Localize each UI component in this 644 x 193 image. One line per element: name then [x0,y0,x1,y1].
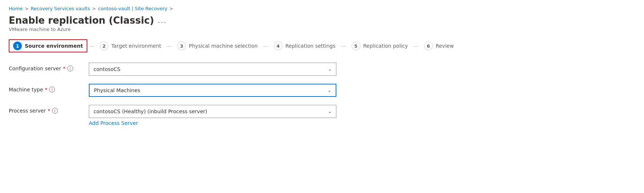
breadcrumb: Home > Recovery Services vaults > contos… [9,6,635,11]
process-server-required: * [48,108,50,114]
wizard-step-6[interactable]: 6 Review [420,39,458,52]
config-server-info-icon[interactable]: i [67,66,73,71]
config-server-label: Configuration server [9,66,61,71]
machine-type-label: Machine type [9,87,43,92]
add-process-server-link[interactable]: Add Process Server [89,120,336,126]
breadcrumb-home[interactable]: Home [9,6,23,11]
step-circle-6: 6 [424,42,433,50]
process-server-row: Process server * i contosoCS (Healthy) (… [9,105,336,126]
machine-type-value: Physical Machines [94,87,140,93]
wizard-step-4[interactable]: 4 Replication settings [270,39,339,52]
page-more-button[interactable]: ... [158,16,167,25]
breadcrumb-sep-3: > [170,6,173,11]
page-subtitle: VMware machine to Azure [9,27,635,32]
form-section: Configuration server * i contosoCS ⌄ Mac… [9,63,336,126]
machine-type-info-icon[interactable]: i [49,87,55,92]
step-circle-1: 1 [13,42,22,50]
machine-type-required: * [45,87,47,92]
step-sep-4-5: — [339,43,348,50]
machine-type-dropdown[interactable]: Physical Machines ⌄ [89,84,336,97]
config-server-dropdown[interactable]: contosoCS ⌄ [89,63,336,76]
config-server-required: * [63,66,66,71]
machine-type-row: Machine type * i Physical Machines ⌄ [9,84,336,97]
machine-type-dropdown-wrap: Physical Machines ⌄ [89,84,336,97]
wizard-steps: 1 Source environment — 2 Target environm… [9,39,635,52]
wizard-step-2[interactable]: 2 Target environment [96,39,165,52]
machine-type-label-group: Machine type * i [9,84,82,92]
step-circle-4: 4 [274,42,283,50]
config-server-dropdown-wrap: contosoCS ⌄ [89,63,336,76]
process-server-dropdown-wrap: contosoCS (Healthy) (inbuild Process ser… [89,105,336,126]
process-server-label: Process server [9,108,46,114]
config-server-row: Configuration server * i contosoCS ⌄ [9,63,336,76]
breadcrumb-vault-site-recovery[interactable]: contoso-vault | Site Recovery [98,6,167,11]
step-circle-2: 2 [100,42,108,50]
step-circle-3: 3 [177,42,186,50]
step-sep-1-2: — [87,43,96,50]
step-label-3: Physical machine selection [189,43,258,49]
step-sep-3-4: — [261,43,270,50]
wizard-step-1[interactable]: 1 Source environment [9,39,87,52]
process-server-info-icon[interactable]: i [52,108,58,114]
step-sep-5-6: — [412,43,420,50]
page-title: Enable replication (Classic) [9,15,154,26]
step-label-6: Review [436,43,454,49]
process-server-value: contosoCS (Healthy) (inbuild Process ser… [94,109,207,114]
config-server-label-group: Configuration server * i [9,63,82,71]
config-server-chevron-icon: ⌄ [328,67,332,72]
step-sep-2-3: — [165,43,174,50]
wizard-step-3[interactable]: 3 Physical machine selection [174,39,261,52]
step-label-4: Replication settings [285,43,336,49]
wizard-step-5[interactable]: 5 Replication policy [348,39,412,52]
step-label-2: Target environment [111,43,161,49]
step-circle-5: 5 [352,42,360,50]
breadcrumb-sep-2: > [92,6,96,11]
config-server-value: contosoCS [94,66,120,72]
machine-type-chevron-icon: ⌄ [328,88,331,93]
step-label-1: Source environment [25,43,83,49]
page-title-row: Enable replication (Classic) ... [9,15,635,26]
breadcrumb-recovery-services[interactable]: Recovery Services vaults [31,6,90,11]
process-server-label-group: Process server * i [9,105,82,114]
process-server-dropdown[interactable]: contosoCS (Healthy) (inbuild Process ser… [89,105,336,118]
breadcrumb-sep-1: > [25,6,28,11]
process-server-chevron-icon: ⌄ [328,109,332,114]
step-label-5: Replication policy [363,43,408,49]
